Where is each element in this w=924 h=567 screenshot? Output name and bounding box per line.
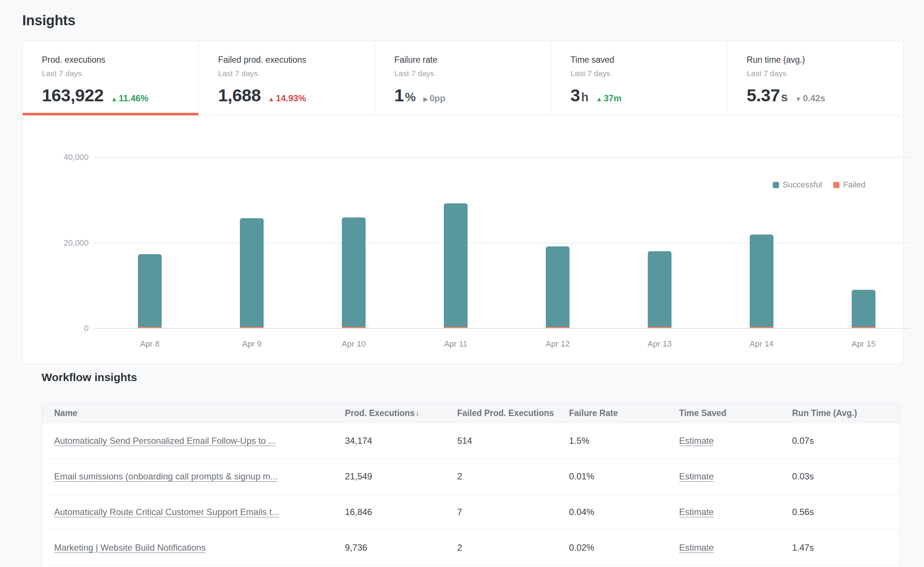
table-row: Automatically Route Critical Customer Su… xyxy=(42,494,900,529)
legend-swatch-successful xyxy=(773,182,779,188)
x-axis-tick: Apr 11 xyxy=(426,339,485,349)
delta-up-icon: ▲ xyxy=(111,96,117,103)
cell-name: Email sumissions (onboarding call prompt… xyxy=(42,471,345,482)
kpi-value-row: 163,922▲11.46% xyxy=(42,86,187,105)
cell-failed-prod-executions: 7 xyxy=(457,507,569,517)
kpi-tab-failure-rate[interactable]: Failure rateLast 7 days1%▶0pp xyxy=(375,41,550,115)
bar-apr-14 xyxy=(750,235,774,328)
bar-segment-failed xyxy=(546,327,570,328)
bar-segment-successful xyxy=(546,247,570,327)
insights-card: Prod. executionsLast 7 days163,922▲11.46… xyxy=(22,41,904,364)
kpi-delta-value: 11.46% xyxy=(118,93,148,104)
estimate-link[interactable]: Estimate xyxy=(679,543,714,552)
kpi-value-row: 3h▲37m xyxy=(571,86,716,105)
kpi-delta: ▲14.93% xyxy=(268,93,306,104)
cell-failure-rate: 0.01% xyxy=(569,471,679,482)
estimate-link[interactable]: Estimate xyxy=(679,436,714,446)
kpi-delta-value: 14.93% xyxy=(276,93,306,104)
kpi-value-row: 1%▶0pp xyxy=(394,86,540,105)
kpi-label: Prod. executions xyxy=(42,54,187,65)
table-row: Marketing | Website Build Notifications9… xyxy=(42,529,900,565)
kpi-tab-time-saved[interactable]: Time savedLast 7 days3h▲37m xyxy=(551,41,727,115)
column-header-label: Run Time (Avg.) xyxy=(792,408,857,418)
bar-segment-successful xyxy=(750,235,774,327)
kpi-period: Last 7 days xyxy=(218,69,363,78)
column-header-label: Prod. Executions xyxy=(345,408,414,418)
cell-run-time-avg: 0.03s xyxy=(792,471,900,482)
kpi-delta-value: 0pp xyxy=(429,93,446,104)
kpi-delta: ▲11.46% xyxy=(111,93,148,104)
bar-apr-10 xyxy=(342,217,366,328)
kpi-value: 1 xyxy=(394,86,404,105)
kpi-tab-failed-prod-executions[interactable]: Failed prod. executionsLast 7 days1,688▲… xyxy=(198,41,375,115)
bar-segment-failed xyxy=(342,327,366,328)
column-header-failed-prod-executions[interactable]: Failed Prod. Executions xyxy=(457,408,569,418)
bar-segment-failed xyxy=(750,327,774,328)
legend-item-failed[interactable]: Failed xyxy=(833,180,866,190)
x-axis-tick: Apr 15 xyxy=(834,339,893,349)
workflow-name-link[interactable]: Email sumissions (onboarding call prompt… xyxy=(54,471,278,481)
bar-segment-failed xyxy=(852,327,875,328)
kpi-delta: ▶0pp xyxy=(423,93,446,104)
table-body: Automatically Send Personalized Email Fo… xyxy=(42,423,900,567)
column-header-run-time-avg[interactable]: Run Time (Avg.) xyxy=(792,408,900,418)
legend-label: Successful xyxy=(783,180,822,190)
cell-failed-prod-executions: 2 xyxy=(457,471,569,482)
bar-segment-successful xyxy=(342,217,366,327)
workflow-name-link[interactable]: Automatically Route Critical Customer Su… xyxy=(54,507,279,517)
cell-prod-executions: 16,846 xyxy=(345,507,457,517)
kpi-tab-run-time-avg[interactable]: Run time (avg.)Last 7 days5.37s▼0.42s xyxy=(727,41,903,115)
kpi-label: Failure rate xyxy=(394,54,540,65)
kpi-period: Last 7 days xyxy=(571,69,716,78)
bar-segment-successful xyxy=(138,254,162,327)
gridline-y-0 xyxy=(93,328,909,329)
section-title: Workflow insights xyxy=(42,371,137,384)
workflow-insights-table: NameProd. Executions↓Failed Prod. Execut… xyxy=(42,403,900,567)
page-title: Insights xyxy=(22,13,75,29)
estimate-link[interactable]: Estimate xyxy=(679,471,714,481)
cell-time-saved: Estimate xyxy=(679,543,792,553)
kpi-delta: ▲37m xyxy=(596,93,621,104)
workflow-name-link[interactable]: Automatically Send Personalized Email Fo… xyxy=(54,436,276,446)
kpi-tab-strip: Prod. executionsLast 7 days163,922▲11.46… xyxy=(22,41,903,116)
cell-prod-executions: 21,549 xyxy=(345,471,457,482)
bar-segment-failed xyxy=(138,327,162,328)
column-header-label: Failed Prod. Executions xyxy=(457,408,554,418)
x-axis-tick: Apr 10 xyxy=(324,339,383,349)
y-axis-tick: 40,000 xyxy=(26,153,88,161)
kpi-label: Time saved xyxy=(571,54,716,65)
column-header-label: Time Saved xyxy=(679,408,726,418)
gridline-y-20000 xyxy=(93,243,909,244)
y-axis-tick: 20,000 xyxy=(26,239,88,247)
delta-right-icon: ▶ xyxy=(423,95,428,103)
cell-prod-executions: 9,736 xyxy=(345,543,457,553)
kpi-unit: s xyxy=(781,90,788,104)
legend-item-successful[interactable]: Successful xyxy=(773,180,822,190)
bar-apr-13 xyxy=(648,251,672,328)
x-axis-tick: Apr 13 xyxy=(630,339,689,349)
cell-name: Automatically Send Personalized Email Fo… xyxy=(42,436,345,446)
kpi-value: 3 xyxy=(571,86,580,105)
kpi-value: 163,922 xyxy=(42,86,104,105)
cell-name: Automatically Route Critical Customer Su… xyxy=(42,507,345,517)
column-header-time-saved[interactable]: Time Saved xyxy=(679,408,792,418)
table-row: Email sumissions (onboarding call prompt… xyxy=(42,458,900,494)
estimate-link[interactable]: Estimate xyxy=(679,507,714,517)
bar-segment-successful xyxy=(444,203,468,327)
kpi-period: Last 7 days xyxy=(747,69,892,78)
column-header-failure-rate[interactable]: Failure Rate xyxy=(569,408,679,418)
cell-failure-rate: 0.02% xyxy=(569,543,679,553)
kpi-value-row: 1,688▲14.93% xyxy=(218,86,363,105)
workflow-name-link[interactable]: Marketing | Website Build Notifications xyxy=(54,543,206,552)
kpi-tab-prod-executions[interactable]: Prod. executionsLast 7 days163,922▲11.46… xyxy=(22,41,198,115)
kpi-period: Last 7 days xyxy=(42,69,187,78)
cell-run-time-avg: 0.07s xyxy=(792,436,900,446)
table-row-partial xyxy=(42,565,900,567)
delta-down-icon: ▼ xyxy=(795,96,802,103)
bar-segment-failed xyxy=(444,327,468,328)
x-axis-tick: Apr 8 xyxy=(120,339,180,349)
column-header-name[interactable]: Name xyxy=(42,408,345,418)
cell-failure-rate: 1.5% xyxy=(569,436,679,446)
bar-apr-9 xyxy=(240,218,264,328)
column-header-prod-executions[interactable]: Prod. Executions↓ xyxy=(345,408,457,418)
